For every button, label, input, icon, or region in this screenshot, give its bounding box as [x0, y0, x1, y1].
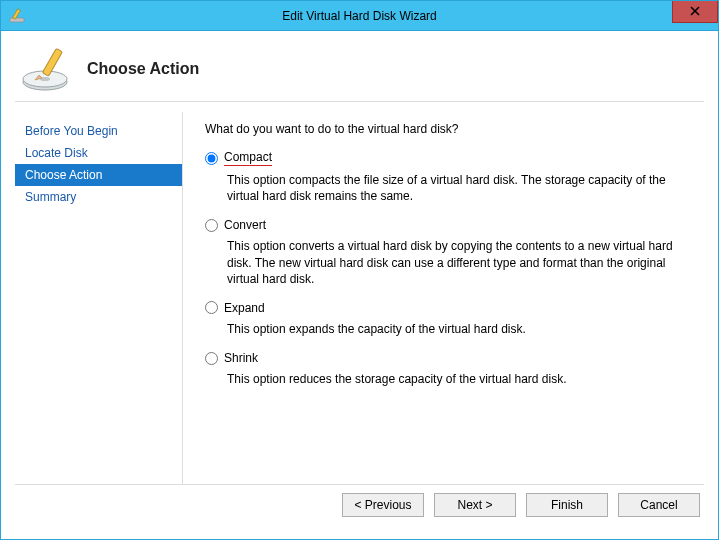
radio-convert[interactable]	[205, 219, 218, 232]
app-icon	[9, 8, 25, 24]
content-prompt: What do you want to do to the virtual ha…	[205, 122, 694, 136]
wizard-header: Choose Action	[1, 31, 718, 101]
radio-compact[interactable]	[205, 152, 218, 165]
option-compact: Compact This option compacts the file si…	[205, 150, 694, 204]
wizard-steps-sidebar: Before You Begin Locate Disk Choose Acti…	[15, 112, 183, 484]
svg-rect-0	[10, 18, 24, 22]
option-convert-row[interactable]: Convert	[205, 218, 694, 232]
option-convert: Convert This option converts a virtual h…	[205, 218, 694, 287]
step-locate-disk[interactable]: Locate Disk	[15, 142, 182, 164]
wizard-footer: < Previous Next > Finish Cancel	[1, 485, 718, 539]
disk-edit-icon	[19, 44, 79, 94]
option-shrink: Shrink This option reduces the storage c…	[205, 351, 694, 387]
step-choose-action[interactable]: Choose Action	[15, 164, 182, 186]
option-expand-label: Expand	[224, 301, 265, 315]
next-button[interactable]: Next >	[434, 493, 516, 517]
option-expand-row[interactable]: Expand	[205, 301, 694, 315]
radio-shrink[interactable]	[205, 352, 218, 365]
page-title: Choose Action	[87, 60, 199, 78]
option-shrink-row[interactable]: Shrink	[205, 351, 694, 365]
titlebar: Edit Virtual Hard Disk Wizard	[1, 1, 718, 31]
option-convert-label: Convert	[224, 218, 266, 232]
option-compact-label: Compact	[224, 150, 272, 166]
option-expand-desc: This option expands the capacity of the …	[227, 321, 694, 337]
option-shrink-desc: This option reduces the storage capacity…	[227, 371, 694, 387]
wizard-body: Before You Begin Locate Disk Choose Acti…	[1, 102, 718, 484]
step-before-you-begin[interactable]: Before You Begin	[15, 120, 182, 142]
option-shrink-label: Shrink	[224, 351, 258, 365]
close-button[interactable]	[672, 1, 718, 23]
step-summary[interactable]: Summary	[15, 186, 182, 208]
close-icon	[690, 4, 700, 19]
option-compact-desc: This option compacts the file size of a …	[227, 172, 694, 204]
previous-button[interactable]: < Previous	[342, 493, 424, 517]
option-convert-desc: This option converts a virtual hard disk…	[227, 238, 694, 287]
option-compact-row[interactable]: Compact	[205, 150, 694, 166]
cancel-button[interactable]: Cancel	[618, 493, 700, 517]
wizard-content: What do you want to do to the virtual ha…	[183, 112, 704, 484]
svg-rect-1	[13, 8, 21, 18]
window-title: Edit Virtual Hard Disk Wizard	[1, 9, 718, 23]
finish-button[interactable]: Finish	[526, 493, 608, 517]
wizard-window: Edit Virtual Hard Disk Wizard Choose Act…	[0, 0, 719, 540]
radio-expand[interactable]	[205, 301, 218, 314]
option-expand: Expand This option expands the capacity …	[205, 301, 694, 337]
